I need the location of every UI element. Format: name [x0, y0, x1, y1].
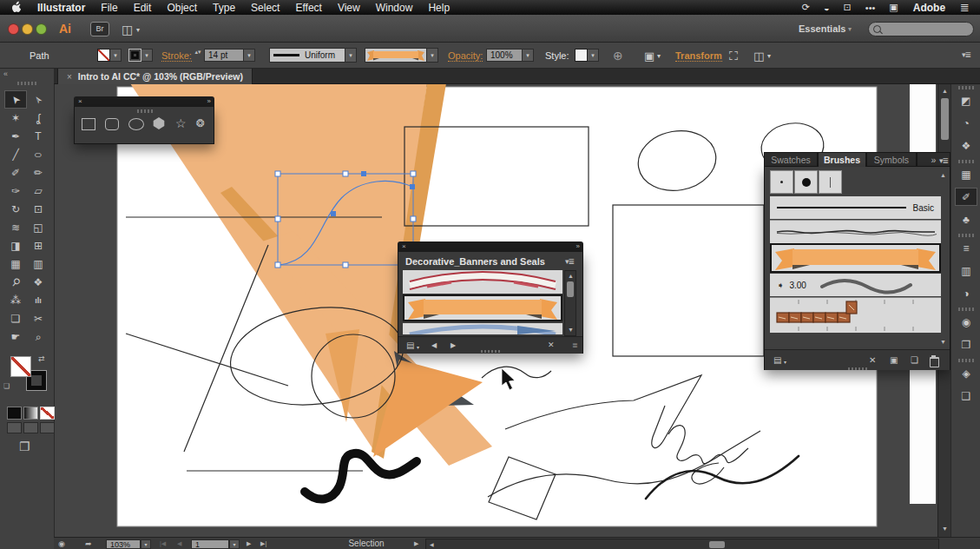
- tools-drag-handle[interactable]: [17, 82, 36, 85]
- expand-tabs-icon[interactable]: »: [931, 155, 937, 165]
- rotate-tool[interactable]: ↻: [4, 200, 27, 218]
- menu-item-type[interactable]: Type: [213, 2, 235, 14]
- document-setup-globe-icon[interactable]: ⊕: [613, 49, 623, 63]
- eraser-tool[interactable]: ▱: [27, 182, 49, 200]
- eyedropper-tool[interactable]: ⚲: [4, 273, 27, 291]
- close-window-button[interactable]: [8, 23, 19, 35]
- banners-scroll-up[interactable]: ▲: [568, 273, 574, 279]
- star-tool-icon[interactable]: ☆: [175, 116, 187, 130]
- brushes-scroll-down[interactable]: ▼: [940, 339, 946, 345]
- scroll-left-arrow[interactable]: ◀: [430, 542, 434, 547]
- scroll-down-arrow[interactable]: ▼: [942, 526, 948, 532]
- change-screen-mode-button[interactable]: ❐: [19, 440, 30, 453]
- delete-brush-icon[interactable]: [930, 357, 939, 367]
- gradient-tool[interactable]: ▥: [27, 255, 49, 273]
- isolate-mode-arrow[interactable]: ▾: [767, 52, 771, 60]
- vertical-scroll-thumb[interactable]: [941, 98, 949, 140]
- banners-scroll-thumb[interactable]: [567, 281, 574, 297]
- shape-builder-tool[interactable]: ◨: [4, 236, 27, 255]
- display-icon[interactable]: ▣: [889, 2, 898, 13]
- view-toggle-icon[interactable]: ◉: [58, 539, 65, 548]
- width-tool[interactable]: ≋: [4, 218, 27, 236]
- zoom-window-button[interactable]: [36, 23, 47, 35]
- transparency-panel-icon[interactable]: ◑: [955, 284, 977, 302]
- zoom-level-dropdown[interactable]: ▾: [141, 539, 151, 549]
- opacity-link[interactable]: Opacity:: [448, 50, 483, 62]
- draw-behind-mode-button[interactable]: [23, 422, 38, 433]
- brushes-scroll-up[interactable]: ▲: [940, 172, 946, 178]
- stroke-color-swatch[interactable]: [128, 49, 141, 62]
- new-brush-icon[interactable]: ❏: [911, 355, 918, 365]
- appearance-panel-icon[interactable]: ◉: [955, 313, 977, 331]
- column-graph-tool[interactable]: ılı: [27, 291, 49, 309]
- blend-tool[interactable]: ❖: [27, 273, 49, 291]
- rectangle-tool-icon[interactable]: [82, 118, 95, 130]
- opacity-field[interactable]: 100%: [486, 49, 523, 62]
- pencil-tool[interactable]: ✏: [27, 163, 49, 182]
- isolate-mode-icon[interactable]: ◫: [753, 50, 764, 63]
- brush-definition-preview[interactable]: [365, 48, 427, 63]
- collapse-icon[interactable]: »: [576, 243, 579, 250]
- brush-item-blue-banner[interactable]: [403, 323, 562, 334]
- brush-libraries-icon[interactable]: ▤: [773, 355, 781, 365]
- brush-libraries-arrow[interactable]: ▾: [784, 359, 786, 365]
- blob-brush-tool[interactable]: ✑: [4, 182, 27, 200]
- previous-library-icon[interactable]: ◀: [431, 341, 437, 349]
- tab-brushes[interactable]: Brushes: [818, 152, 866, 167]
- symbols-panel-icon[interactable]: ♣: [955, 210, 977, 228]
- variable-width-profile[interactable]: Uniform: [269, 48, 345, 63]
- direct-selection-tool[interactable]: ➢: [27, 90, 49, 109]
- mesh-tool[interactable]: ▦: [4, 255, 27, 273]
- brush-libraries-arrow[interactable]: ▾: [417, 344, 419, 350]
- pen-tool[interactable]: ✒: [4, 127, 27, 145]
- free-transform-tool[interactable]: ◱: [27, 218, 49, 236]
- menu-list-icon[interactable]: ≣: [960, 1, 970, 14]
- status-divider-arrow[interactable]: ▶: [414, 539, 418, 548]
- workspace-arrow[interactable]: ▾: [848, 25, 852, 33]
- hand-tool[interactable]: ☛: [4, 327, 27, 346]
- gradient-button[interactable]: [23, 407, 38, 420]
- scale-tool[interactable]: ⊡: [27, 200, 49, 218]
- brush-item-calligraphic-large[interactable]: [794, 170, 818, 194]
- minimize-window-button[interactable]: [22, 23, 33, 35]
- fill-color-dropdown[interactable]: ▾: [110, 49, 122, 62]
- brushes-panel-menu-icon[interactable]: ▾≣: [939, 156, 948, 165]
- sync-icon[interactable]: ⟳: [802, 2, 810, 13]
- banners-resize-grip[interactable]: ≣: [572, 341, 578, 349]
- artboard-number-field[interactable]: 1: [191, 539, 229, 549]
- search-field[interactable]: [868, 22, 974, 36]
- color-button[interactable]: [7, 407, 22, 420]
- close-icon[interactable]: ×: [402, 243, 406, 250]
- dock-drag-handle-4[interactable]: [958, 308, 974, 311]
- dock-drag-handle-5[interactable]: [958, 359, 974, 362]
- first-artboard-button[interactable]: |◀: [160, 539, 166, 548]
- style-dropdown[interactable]: ▾: [588, 49, 599, 62]
- opacity-dropdown[interactable]: ▾: [523, 49, 534, 62]
- tab-swatches[interactable]: Swatches: [764, 152, 818, 167]
- brush-item-orange-banner-selected[interactable]: [403, 294, 562, 321]
- artboard-tool[interactable]: ❏: [4, 309, 27, 327]
- flare-tool-icon[interactable]: ❂: [196, 117, 205, 129]
- swatches-panel-icon[interactable]: ▦: [955, 165, 977, 183]
- menu-item-view[interactable]: View: [338, 2, 360, 14]
- dock-drag-handle-2[interactable]: [958, 160, 974, 163]
- previous-artboard-button[interactable]: ◀: [177, 539, 181, 548]
- adobe-menu[interactable]: Adobe: [913, 2, 945, 14]
- color-panel-icon[interactable]: ◩: [955, 91, 977, 109]
- brush-options-icon[interactable]: ▣: [890, 355, 898, 365]
- remove-brush-stroke-icon[interactable]: ✕: [548, 341, 555, 349]
- stroke-weight-field[interactable]: 14 pt: [204, 49, 244, 62]
- menu-item-help[interactable]: Help: [428, 2, 450, 14]
- default-fill-stroke-icon[interactable]: ❏: [3, 382, 10, 390]
- creative-cloud-icon[interactable]: ◒: [824, 3, 830, 13]
- menu-item-edit[interactable]: Edit: [134, 2, 152, 14]
- perspective-grid-tool[interactable]: ⊞: [27, 236, 49, 255]
- symbol-sprayer-tool[interactable]: ⁂: [4, 291, 27, 309]
- export-icon[interactable]: ➦: [85, 539, 92, 548]
- artboards-panel-icon[interactable]: ❑: [955, 387, 977, 405]
- rounded-rectangle-tool-icon[interactable]: [105, 118, 119, 130]
- remove-brush-stroke-icon[interactable]: ✕: [869, 355, 876, 365]
- style-swatch[interactable]: [575, 49, 588, 62]
- lasso-tool[interactable]: ʆ: [27, 109, 49, 127]
- ellipse-tool-icon[interactable]: [128, 118, 144, 130]
